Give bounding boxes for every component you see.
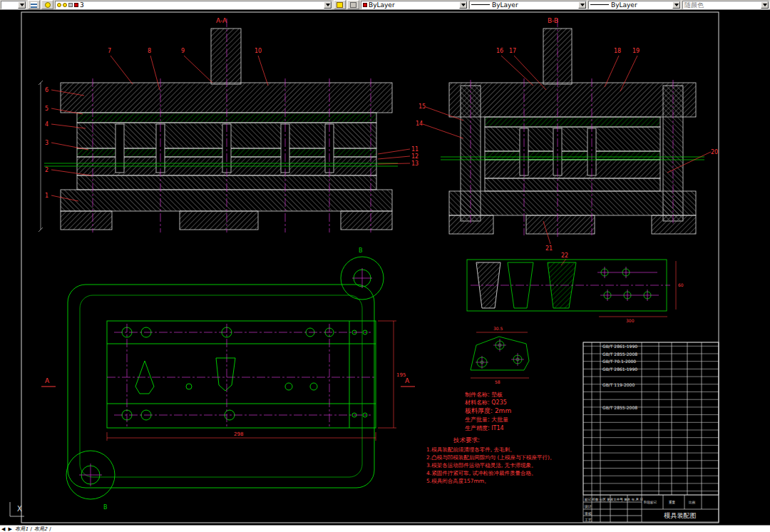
layer-manager-button[interactable]	[28, 0, 40, 9]
callout-19: 19	[632, 48, 640, 54]
notes-line-3: 3.模架各运动部件运动平稳灵活, 无卡滞现象。	[426, 462, 536, 469]
layer-color-swatch	[74, 3, 78, 7]
notes-line-1: 1.模具装配前须清理各零件, 去毛刺。	[426, 446, 515, 453]
callout-4: 4	[45, 121, 48, 128]
layout-tabbar: ◀ ▶ 布局1 / 布局2 /	[0, 525, 770, 532]
notes-line-5: 5.模具闭合高度157mm。	[426, 478, 490, 484]
callout-1: 1	[45, 193, 48, 199]
color-value: ByLayer	[369, 1, 459, 9]
callout-12: 12	[411, 153, 419, 160]
bom-code-1: GB/T 2861-1990	[602, 344, 637, 349]
linetype-sample-icon	[471, 4, 490, 5]
plotstyle-value: 随颜色	[684, 1, 761, 9]
layer-thaw-icon	[63, 3, 67, 7]
plan-view	[66, 257, 384, 499]
chevron-down-icon[interactable]	[18, 1, 26, 9]
callout-6: 6	[45, 87, 48, 93]
chevron-down-icon[interactable]	[578, 1, 586, 9]
part-info-line-4: 生产批量: 大批量	[465, 416, 508, 423]
part-info-block: 制件名称: 垫板 材料名称: Q235 板料厚度: 2mm 生产批量: 大批量 …	[464, 392, 511, 431]
part-info-line-2: 材料名称: Q235	[464, 399, 507, 406]
plan-dim-bottom: 298	[234, 431, 243, 437]
section-a-label: A-A	[216, 17, 227, 24]
ucs-icon: X	[10, 502, 24, 516]
part-info-line-1: 制件名称: 垫板	[465, 392, 503, 398]
callout-5: 5	[45, 106, 48, 112]
lightbulb-icon	[45, 2, 51, 8]
callout-3: 3	[45, 140, 48, 146]
drawing-title: 模具装配图	[664, 512, 697, 519]
strip-dimensions	[561, 259, 676, 317]
title-block-weight-label: 重量	[669, 500, 676, 504]
bom-code-5: GB/T 119-2000	[602, 382, 635, 387]
notes-line-2: 2.凸模与凹模装配后间隙均匀 (上模座与下模座平行)。	[426, 454, 555, 461]
callout-17: 17	[509, 48, 516, 54]
strip-dim-bottom: 300	[626, 318, 635, 323]
color-combo[interactable]: ByLayer	[361, 1, 468, 9]
layer-previous-button[interactable]	[347, 0, 359, 9]
title-block-stage-label: 阶段标记	[644, 500, 657, 505]
title-block-row-design: 设计	[584, 504, 592, 508]
cad-drawing[interactable]: A-A 6 5 4 3 2 1 7 8 9 10 11 12 13	[0, 10, 770, 525]
lineweight-combo[interactable]: ByLayer	[588, 1, 681, 9]
lineweight-value: ByLayer	[611, 1, 672, 9]
linetype-combo[interactable]: ByLayer	[469, 1, 587, 9]
drawing-canvas[interactable]: A-A 6 5 4 3 2 1 7 8 9 10 11 12 13	[0, 10, 770, 525]
detail-centerlines	[476, 339, 524, 369]
callout-20: 20	[711, 149, 718, 155]
callout-8: 8	[148, 48, 151, 54]
lineweight-sample-icon	[590, 4, 609, 5]
technical-notes-block: 技术要求: 1.模具装配前须清理各零件, 去毛刺。 2.凸模与凹模装配后间隙均匀…	[426, 436, 555, 484]
layer-combo[interactable]: 3	[55, 1, 332, 9]
make-current-icon	[337, 2, 343, 8]
callout-9: 9	[181, 48, 185, 54]
callout-21: 21	[545, 245, 553, 252]
plan-centerlines	[79, 268, 376, 486]
layers-stack-icon	[31, 2, 37, 8]
bom-code-6: GB/T 2855-2008	[602, 405, 637, 410]
chevron-down-icon[interactable]	[324, 1, 332, 9]
make-object-layer-current-button[interactable]	[334, 0, 346, 9]
plan-label-bottom: B	[103, 504, 108, 511]
callout-16: 16	[496, 48, 503, 54]
callout-10: 10	[255, 48, 262, 54]
toolbar-left-combo[interactable]	[1, 1, 26, 9]
section-a-dimension	[38, 81, 43, 232]
detail-dim-bottom: 58	[495, 379, 500, 384]
title-block-row-check: 审核	[585, 511, 592, 516]
section-view-a	[61, 29, 392, 230]
chevron-down-icon[interactable]	[459, 1, 467, 9]
layer-previous-icon	[350, 2, 356, 8]
notes-line-4: 4.紧固件拧紧可靠, 试冲检验冲裁件质量合格。	[426, 470, 536, 476]
plan-label-top: B	[359, 247, 363, 254]
callout-13: 13	[411, 160, 419, 167]
tab-nav-arrows[interactable]: ◀ ▶	[1, 526, 13, 532]
tab-separator: /	[30, 526, 31, 532]
section-b-label: B-B	[548, 17, 558, 24]
ucs-x-label: X	[17, 505, 22, 513]
title-block-scale-label: 比例	[689, 501, 696, 505]
callout-18: 18	[614, 48, 621, 54]
part-info-line-5: 生产精度: IT14	[465, 425, 504, 431]
callout-11: 11	[411, 146, 419, 153]
tab-layout2[interactable]: 布局2	[34, 526, 47, 532]
callout-2: 2	[45, 167, 48, 173]
bom-code-2: GB/T 2855-2008	[602, 352, 637, 357]
layer-lock-icon	[68, 3, 73, 7]
chevron-down-icon[interactable]	[761, 1, 769, 9]
bom-code-4: GB/T 2861-1990	[602, 367, 637, 372]
plan-section-arrow-right: A	[405, 377, 410, 384]
chevron-down-icon[interactable]	[672, 1, 680, 9]
plan-dimensions	[41, 321, 415, 441]
plan-section-arrow-left: A	[45, 377, 50, 384]
strip-dim-right: 60	[678, 282, 684, 287]
layer-states-button[interactable]	[41, 0, 53, 9]
title-block-header: 标记 处数 分区 更改文件号 签名 年.月.日	[584, 497, 643, 502]
tab-layout1[interactable]: 布局1	[15, 526, 28, 532]
bom-code-3: GB/T 70.1-2000	[602, 359, 636, 364]
toolbar: 3 ByLayer ByLayer ByLayer 随颜色	[0, 0, 770, 10]
layer-on-icon	[57, 3, 61, 7]
section-view-b	[449, 29, 696, 234]
plotstyle-combo[interactable]: 随颜色	[682, 1, 769, 9]
layer-value: 3	[80, 1, 324, 9]
